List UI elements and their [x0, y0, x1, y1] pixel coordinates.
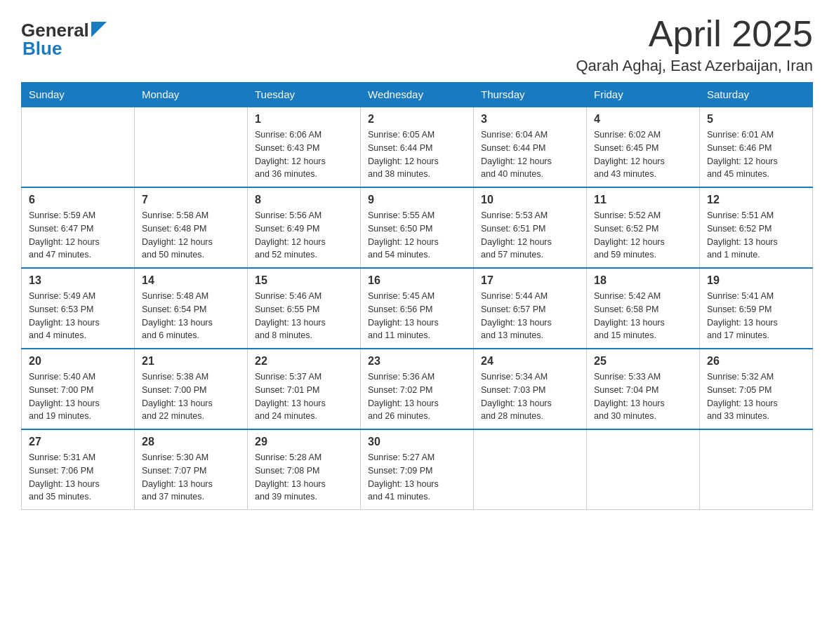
- calendar-cell: 22Sunrise: 5:37 AM Sunset: 7:01 PM Dayli…: [248, 349, 361, 429]
- day-info: Sunrise: 5:49 AM Sunset: 6:53 PM Dayligh…: [29, 290, 127, 342]
- day-of-week-header: Saturday: [700, 83, 813, 107]
- day-info: Sunrise: 5:56 AM Sunset: 6:49 PM Dayligh…: [255, 209, 353, 262]
- calendar-cell: 7Sunrise: 5:58 AM Sunset: 6:48 PM Daylig…: [135, 187, 248, 268]
- calendar-cell: 17Sunrise: 5:44 AM Sunset: 6:57 PM Dayli…: [474, 268, 587, 349]
- day-number: 24: [481, 355, 579, 368]
- calendar-cell: 19Sunrise: 5:41 AM Sunset: 6:59 PM Dayli…: [700, 268, 813, 349]
- day-info: Sunrise: 5:59 AM Sunset: 6:47 PM Dayligh…: [29, 209, 127, 262]
- day-number: 26: [707, 355, 805, 368]
- calendar-cell: 2Sunrise: 6:05 AM Sunset: 6:44 PM Daylig…: [361, 107, 474, 187]
- day-number: 29: [255, 436, 353, 448]
- day-number: 30: [368, 436, 466, 448]
- day-info: Sunrise: 5:58 AM Sunset: 6:48 PM Dayligh…: [142, 209, 240, 262]
- day-number: 28: [142, 436, 240, 448]
- day-of-week-header: Sunday: [22, 83, 135, 107]
- day-info: Sunrise: 5:52 AM Sunset: 6:52 PM Dayligh…: [594, 209, 692, 262]
- day-number: 9: [368, 194, 466, 206]
- day-info: Sunrise: 6:04 AM Sunset: 6:44 PM Dayligh…: [481, 128, 579, 181]
- calendar-cell: 27Sunrise: 5:31 AM Sunset: 7:06 PM Dayli…: [22, 429, 135, 510]
- day-info: Sunrise: 5:55 AM Sunset: 6:50 PM Dayligh…: [368, 209, 466, 262]
- calendar-cell: 25Sunrise: 5:33 AM Sunset: 7:04 PM Dayli…: [587, 349, 700, 429]
- page-header: General Blue April 2025 Qarah Aghaj, Eas…: [21, 14, 813, 75]
- title-block: April 2025 Qarah Aghaj, East Azerbaijan,…: [576, 14, 813, 75]
- day-number: 15: [255, 274, 353, 287]
- day-info: Sunrise: 5:36 AM Sunset: 7:02 PM Dayligh…: [368, 370, 466, 423]
- day-number: 16: [368, 274, 466, 287]
- svg-marker-0: [91, 22, 107, 37]
- day-number: 13: [29, 274, 127, 287]
- calendar-cell: 23Sunrise: 5:36 AM Sunset: 7:02 PM Dayli…: [361, 349, 474, 429]
- page-subtitle: Qarah Aghaj, East Azerbaijan, Iran: [576, 57, 813, 75]
- calendar-cell: 29Sunrise: 5:28 AM Sunset: 7:08 PM Dayli…: [248, 429, 361, 510]
- day-info: Sunrise: 5:34 AM Sunset: 7:03 PM Dayligh…: [481, 370, 579, 423]
- day-of-week-header: Monday: [135, 83, 248, 107]
- logo-general-text: General: [21, 21, 89, 39]
- day-info: Sunrise: 5:53 AM Sunset: 6:51 PM Dayligh…: [481, 209, 579, 262]
- calendar-cell: 10Sunrise: 5:53 AM Sunset: 6:51 PM Dayli…: [474, 187, 587, 268]
- calendar-cell: 13Sunrise: 5:49 AM Sunset: 6:53 PM Dayli…: [22, 268, 135, 349]
- day-of-week-header: Friday: [587, 83, 700, 107]
- day-info: Sunrise: 5:42 AM Sunset: 6:58 PM Dayligh…: [594, 290, 692, 342]
- day-info: Sunrise: 5:28 AM Sunset: 7:08 PM Dayligh…: [255, 451, 353, 504]
- day-number: 12: [707, 194, 805, 206]
- day-info: Sunrise: 6:06 AM Sunset: 6:43 PM Dayligh…: [255, 128, 353, 181]
- calendar-cell: 21Sunrise: 5:38 AM Sunset: 7:00 PM Dayli…: [135, 349, 248, 429]
- day-of-week-header: Tuesday: [248, 83, 361, 107]
- day-number: 14: [142, 274, 240, 287]
- calendar-week-row: 13Sunrise: 5:49 AM Sunset: 6:53 PM Dayli…: [22, 268, 813, 349]
- day-number: 8: [255, 194, 353, 206]
- day-info: Sunrise: 5:41 AM Sunset: 6:59 PM Dayligh…: [707, 290, 805, 342]
- day-number: 27: [29, 436, 127, 448]
- calendar-cell: 11Sunrise: 5:52 AM Sunset: 6:52 PM Dayli…: [587, 187, 700, 268]
- calendar-week-row: 6Sunrise: 5:59 AM Sunset: 6:47 PM Daylig…: [22, 187, 813, 268]
- day-number: 7: [142, 194, 240, 206]
- page-title: April 2025: [576, 14, 813, 54]
- calendar-cell: 9Sunrise: 5:55 AM Sunset: 6:50 PM Daylig…: [361, 187, 474, 268]
- day-number: 6: [29, 194, 127, 206]
- calendar-cell: 16Sunrise: 5:45 AM Sunset: 6:56 PM Dayli…: [361, 268, 474, 349]
- day-of-week-header: Thursday: [474, 83, 587, 107]
- day-info: Sunrise: 5:40 AM Sunset: 7:00 PM Dayligh…: [29, 370, 127, 423]
- logo-triangle-icon: [91, 22, 107, 37]
- calendar-cell: 20Sunrise: 5:40 AM Sunset: 7:00 PM Dayli…: [22, 349, 135, 429]
- day-info: Sunrise: 6:01 AM Sunset: 6:46 PM Dayligh…: [707, 128, 805, 181]
- day-number: 19: [707, 274, 805, 287]
- calendar-cell: [22, 107, 135, 187]
- day-info: Sunrise: 5:48 AM Sunset: 6:54 PM Dayligh…: [142, 290, 240, 342]
- day-number: 18: [594, 274, 692, 287]
- day-of-week-header: Wednesday: [361, 83, 474, 107]
- day-number: 4: [594, 113, 692, 126]
- day-info: Sunrise: 5:46 AM Sunset: 6:55 PM Dayligh…: [255, 290, 353, 342]
- calendar-cell: 3Sunrise: 6:04 AM Sunset: 6:44 PM Daylig…: [474, 107, 587, 187]
- day-number: 3: [481, 113, 579, 126]
- calendar-cell: 5Sunrise: 6:01 AM Sunset: 6:46 PM Daylig…: [700, 107, 813, 187]
- day-info: Sunrise: 6:05 AM Sunset: 6:44 PM Dayligh…: [368, 128, 466, 181]
- day-info: Sunrise: 5:30 AM Sunset: 7:07 PM Dayligh…: [142, 451, 240, 504]
- calendar-week-row: 20Sunrise: 5:40 AM Sunset: 7:00 PM Dayli…: [22, 349, 813, 429]
- calendar-cell: 4Sunrise: 6:02 AM Sunset: 6:45 PM Daylig…: [587, 107, 700, 187]
- calendar-cell: 18Sunrise: 5:42 AM Sunset: 6:58 PM Dayli…: [587, 268, 700, 349]
- calendar-cell: 1Sunrise: 6:06 AM Sunset: 6:43 PM Daylig…: [248, 107, 361, 187]
- calendar-cell: 8Sunrise: 5:56 AM Sunset: 6:49 PM Daylig…: [248, 187, 361, 268]
- day-info: Sunrise: 5:32 AM Sunset: 7:05 PM Dayligh…: [707, 370, 805, 423]
- day-number: 20: [29, 355, 127, 368]
- calendar-table: SundayMondayTuesdayWednesdayThursdayFrid…: [21, 82, 813, 510]
- day-info: Sunrise: 5:33 AM Sunset: 7:04 PM Dayligh…: [594, 370, 692, 423]
- day-number: 10: [481, 194, 579, 206]
- logo-icon: General Blue: [21, 21, 107, 58]
- calendar-week-row: 1Sunrise: 6:06 AM Sunset: 6:43 PM Daylig…: [22, 107, 813, 187]
- day-number: 23: [368, 355, 466, 368]
- day-info: Sunrise: 6:02 AM Sunset: 6:45 PM Dayligh…: [594, 128, 692, 181]
- calendar-cell: 6Sunrise: 5:59 AM Sunset: 6:47 PM Daylig…: [22, 187, 135, 268]
- calendar-cell: 26Sunrise: 5:32 AM Sunset: 7:05 PM Dayli…: [700, 349, 813, 429]
- calendar-cell: [474, 429, 587, 510]
- logo: General Blue: [21, 21, 107, 58]
- day-number: 17: [481, 274, 579, 287]
- day-number: 21: [142, 355, 240, 368]
- calendar-cell: [700, 429, 813, 510]
- calendar-cell: 15Sunrise: 5:46 AM Sunset: 6:55 PM Dayli…: [248, 268, 361, 349]
- day-info: Sunrise: 5:37 AM Sunset: 7:01 PM Dayligh…: [255, 370, 353, 423]
- day-number: 5: [707, 113, 805, 126]
- calendar-cell: 28Sunrise: 5:30 AM Sunset: 7:07 PM Dayli…: [135, 429, 248, 510]
- calendar-cell: [135, 107, 248, 187]
